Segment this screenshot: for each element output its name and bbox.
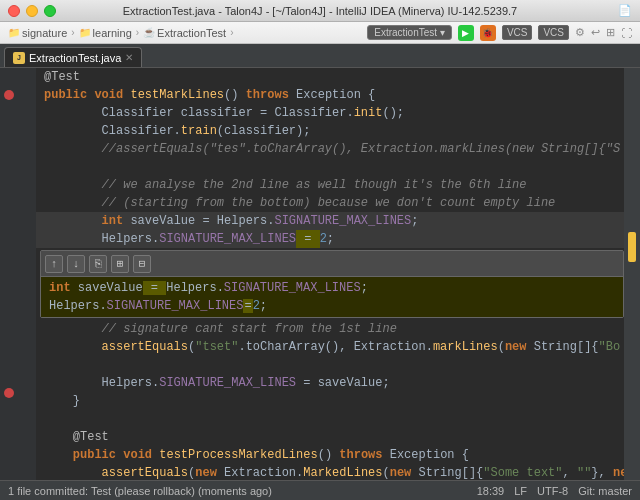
tab-close-button[interactable]: ✕ [125, 52, 133, 63]
status-bar: 1 file committed: Test (please rollback)… [0, 480, 640, 500]
nav-bar-right: ExtractionTest ▾ ▶ 🐞 VCS VCS ⚙ ↩ ⊞ ⛶ [367, 25, 632, 41]
code-line: Classifier. train (classifier); [36, 122, 624, 140]
doc-icon: 📄 [618, 4, 632, 17]
nav-item-extraction[interactable]: ☕ ExtractionTest [143, 27, 226, 39]
nav-sep-3: › [230, 27, 233, 38]
popup-code-line-1: int saveValue = Helpers. SIGNATURE_MAX_L… [49, 279, 615, 297]
gutter-line [0, 176, 36, 194]
code-line [36, 158, 624, 176]
gutter-line [0, 140, 36, 158]
debug-button[interactable]: 🐞 [480, 25, 496, 41]
gutter-popup-space [0, 248, 36, 276]
status-message: 1 file committed: Test (please rollback)… [8, 485, 272, 497]
status-time: 18:39 [477, 485, 505, 497]
window-title: ExtractionTest.java - Talon4J - [~/Talon… [123, 5, 517, 17]
popup-code-area: int saveValue = Helpers. SIGNATURE_MAX_L… [41, 277, 623, 317]
java-file-icon: J [13, 52, 25, 64]
code-line: } [36, 392, 624, 410]
breakpoint-2[interactable] [4, 388, 14, 398]
vcs-btn-1[interactable]: VCS [502, 25, 533, 40]
popup-merge-button[interactable]: ⊞ [111, 255, 129, 273]
gutter-line [0, 230, 36, 248]
gutter-line [0, 384, 36, 402]
code-line: //assertEquals("tes".toCharArray(), Extr… [36, 140, 624, 158]
inline-popup: ↑ ↓ ⎘ ⊞ ⊟ int saveValue = Helpers. SIGNA… [40, 250, 624, 318]
grid-icon[interactable]: ⊞ [606, 26, 615, 39]
gutter-line [0, 276, 36, 294]
code-line [36, 410, 624, 428]
popup-expand-button[interactable]: ⊟ [133, 255, 151, 273]
java-icon: ☕ [143, 27, 155, 38]
popup-copy-button[interactable]: ⎘ [89, 255, 107, 273]
nav-bar: 📁 signature › 📁 learning › ☕ ExtractionT… [0, 22, 640, 44]
gutter-line [0, 366, 36, 384]
status-right: 18:39 LF UTF-8 Git: master [477, 485, 632, 497]
undo-icon[interactable]: ↩ [591, 26, 600, 39]
gutter-line [0, 212, 36, 230]
code-line-highlighted: int saveValue = Helpers. SIGNATURE_MAX_L… [36, 212, 624, 230]
code-line [36, 356, 624, 374]
popup-toolbar: ↑ ↓ ⎘ ⊞ ⊟ [41, 251, 623, 277]
code-line: @Test [36, 428, 624, 446]
right-gutter [624, 68, 640, 480]
tab-label: ExtractionTest.java [29, 52, 121, 64]
run-config[interactable]: ExtractionTest ▾ [367, 25, 452, 40]
settings-icon[interactable]: ⚙ [575, 26, 585, 39]
run-button[interactable]: ▶ [458, 25, 474, 41]
line-number-gutter [0, 68, 36, 480]
code-line: assertEquals ( new Extraction. MarkedLin… [36, 464, 624, 480]
code-line: @Test [36, 68, 624, 86]
status-encoding[interactable]: UTF-8 [537, 485, 568, 497]
tab-extraction-test[interactable]: J ExtractionTest.java ✕ [4, 47, 142, 67]
code-line: // we analyse the 2nd line as well thoug… [36, 176, 624, 194]
folder-icon: 📁 [8, 27, 20, 38]
gutter-line [0, 330, 36, 348]
gutter-line [0, 122, 36, 140]
status-git[interactable]: Git: master [578, 485, 632, 497]
title-icons: 📄 [618, 4, 632, 17]
folder-icon-2: 📁 [79, 27, 91, 38]
gutter-line [0, 68, 36, 86]
vcs-btn-2[interactable]: VCS [538, 25, 569, 40]
gutter-line [0, 194, 36, 212]
gutter-line [0, 86, 36, 104]
code-line: public void testProcessMarkedLines () th… [36, 446, 624, 464]
popup-up-button[interactable]: ↑ [45, 255, 63, 273]
code-line: public void testMarkLines () throws Exce… [36, 86, 624, 104]
gutter-line [0, 348, 36, 366]
code-scroll[interactable]: @Test public void testMarkLines () throw… [36, 68, 624, 480]
popup-code-line-2: Helpers. SIGNATURE_MAX_LINES = 2 ; [49, 297, 615, 315]
gutter-line [0, 438, 36, 456]
gutter-line [0, 294, 36, 312]
code-line: // signature cant start from the 1st lin… [36, 320, 624, 338]
status-lf[interactable]: LF [514, 485, 527, 497]
title-bar: ExtractionTest.java - Talon4J - [~/Talon… [0, 0, 640, 22]
scroll-indicator [628, 232, 636, 262]
popup-down-button[interactable]: ↓ [67, 255, 85, 273]
maximize-button[interactable] [44, 5, 56, 17]
gutter-line [0, 312, 36, 330]
nav-item-signature[interactable]: 📁 signature [8, 27, 67, 39]
tab-bar: J ExtractionTest.java ✕ [0, 44, 640, 68]
code-line-highlighted-2: Helpers. SIGNATURE_MAX_LINES = 2 ; [36, 230, 624, 248]
breakpoint[interactable] [4, 90, 14, 100]
code-area[interactable]: @Test public void testMarkLines () throw… [36, 68, 624, 480]
nav-item-learning[interactable]: 📁 learning [79, 27, 132, 39]
gutter-line [0, 402, 36, 420]
code-line: assertEquals ( "tset" .toCharArray(), Ex… [36, 338, 624, 356]
editor-area: @Test public void testMarkLines () throw… [0, 68, 640, 480]
gutter-line [0, 104, 36, 122]
fullscreen-icon[interactable]: ⛶ [621, 27, 632, 39]
code-line: Helpers. SIGNATURE_MAX_LINES = saveValue… [36, 374, 624, 392]
nav-sep-1: › [71, 27, 74, 38]
code-line: // (starting from the bottom) because we… [36, 194, 624, 212]
minimize-button[interactable] [26, 5, 38, 17]
nav-sep-2: › [136, 27, 139, 38]
window-controls [8, 5, 56, 17]
close-button[interactable] [8, 5, 20, 17]
code-line: Classifier classifier = Classifier. init… [36, 104, 624, 122]
gutter-line [0, 420, 36, 438]
gutter-line [0, 158, 36, 176]
